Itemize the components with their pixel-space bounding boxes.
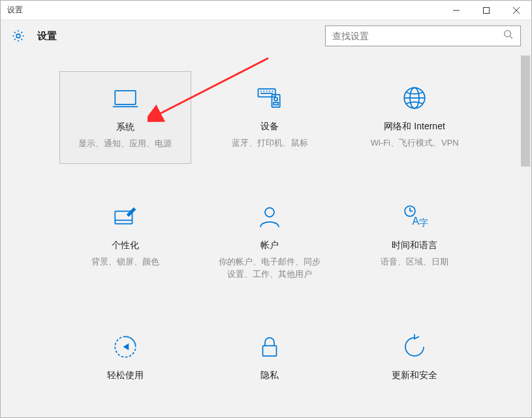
svg-text:A: A: [413, 216, 420, 227]
tile-title: 隐私: [260, 370, 279, 381]
tile-time-language[interactable]: A 字 时间和语言 语音、区域、日期: [349, 190, 480, 294]
lock-icon: [256, 333, 283, 361]
display-icon: [112, 85, 139, 112]
tile-accounts[interactable]: 帐户 你的帐户、电子邮件、同步设置、工作、其他用户: [204, 190, 336, 294]
svg-point-5: [505, 31, 511, 37]
tile-desc: 背景、锁屏、颜色: [91, 255, 159, 268]
svg-marker-31: [123, 343, 129, 350]
tile-title: 轻松使用: [107, 370, 144, 381]
window-title: 设置: [1, 5, 23, 16]
tile-devices[interactable]: 设备 蓝牙、打印机、鼠标: [204, 71, 336, 164]
maximize-button[interactable]: [471, 1, 501, 20]
tile-title: 时间和语言: [392, 240, 437, 251]
page-title: 设置: [37, 30, 57, 42]
tile-desc: 蓝牙、打印机、鼠标: [232, 137, 308, 150]
svg-point-25: [265, 208, 274, 217]
tiles-grid: 系统 显示、通知、应用、电源 设备 蓝牙、打印机、鼠标: [1, 52, 520, 417]
svg-rect-18: [274, 103, 279, 105]
svg-point-4: [16, 34, 20, 38]
person-icon: [256, 203, 283, 231]
scrollbar[interactable]: [520, 52, 531, 417]
tile-desc: 语音、区域、日期: [381, 255, 448, 268]
tile-personalization[interactable]: 个性化 背景、锁屏、颜色: [59, 190, 191, 294]
tile-network[interactable]: 网络和 Internet Wi-Fi、飞行模式、VPN: [349, 71, 480, 164]
titlebar: 设置: [1, 1, 531, 20]
tile-title: 设备: [260, 121, 279, 133]
tile-privacy[interactable]: 隐私: [204, 320, 336, 398]
svg-rect-7: [115, 91, 136, 104]
tile-desc: 你的帐户、电子邮件、同步设置、工作、其他用户: [217, 255, 322, 281]
tile-desc: 显示、通知、应用、电源: [78, 137, 172, 150]
svg-text:字: 字: [419, 217, 428, 228]
settings-window: 设置 设置: [0, 0, 532, 418]
tile-title: 更新和安全: [392, 370, 437, 381]
tile-update-security[interactable]: 更新和安全: [349, 320, 480, 398]
tile-title: 帐户: [260, 240, 279, 251]
globe-icon: [401, 84, 428, 112]
tile-system[interactable]: 系统 显示、通知、应用、电源: [59, 71, 191, 164]
gear-icon: [11, 29, 25, 43]
tile-desc: Wi-Fi、飞行模式、VPN: [371, 137, 459, 150]
ease-of-access-icon: [112, 333, 139, 361]
update-icon: [401, 333, 428, 361]
svg-line-6: [510, 37, 513, 39]
tile-ease-of-access[interactable]: 轻松使用: [59, 320, 191, 398]
tile-title: 个性化: [112, 240, 139, 251]
minimize-button[interactable]: [441, 1, 471, 20]
search-box[interactable]: [325, 25, 521, 46]
svg-rect-1: [484, 7, 490, 13]
svg-rect-32: [263, 346, 277, 356]
header: 设置: [1, 20, 531, 52]
tile-title: 网络和 Internet: [384, 121, 445, 133]
close-button[interactable]: [501, 1, 531, 20]
search-icon: [503, 29, 514, 42]
svg-point-17: [274, 97, 277, 101]
devices-icon: [256, 84, 283, 112]
personalization-icon: [112, 203, 139, 231]
time-language-icon: A 字: [401, 203, 428, 231]
tile-title: 系统: [116, 121, 134, 133]
search-input[interactable]: [332, 31, 495, 41]
scrollbar-thumb[interactable]: [521, 56, 530, 167]
